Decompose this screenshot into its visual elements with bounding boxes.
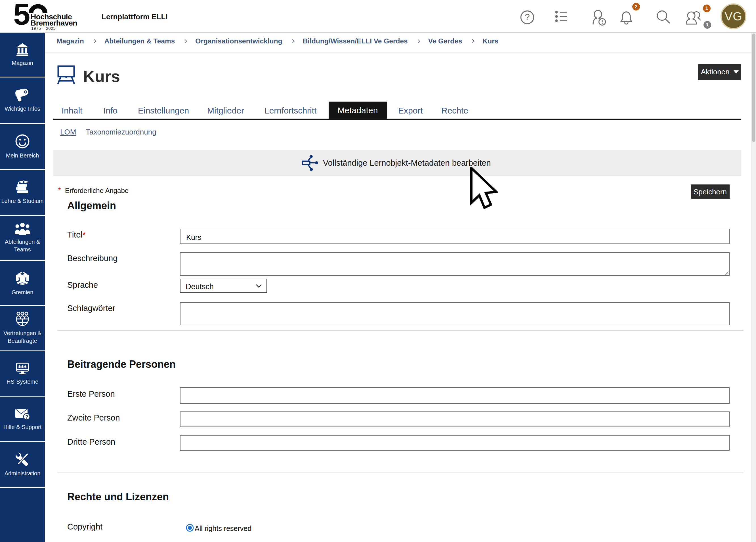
svg-text:?: ? xyxy=(25,414,28,420)
